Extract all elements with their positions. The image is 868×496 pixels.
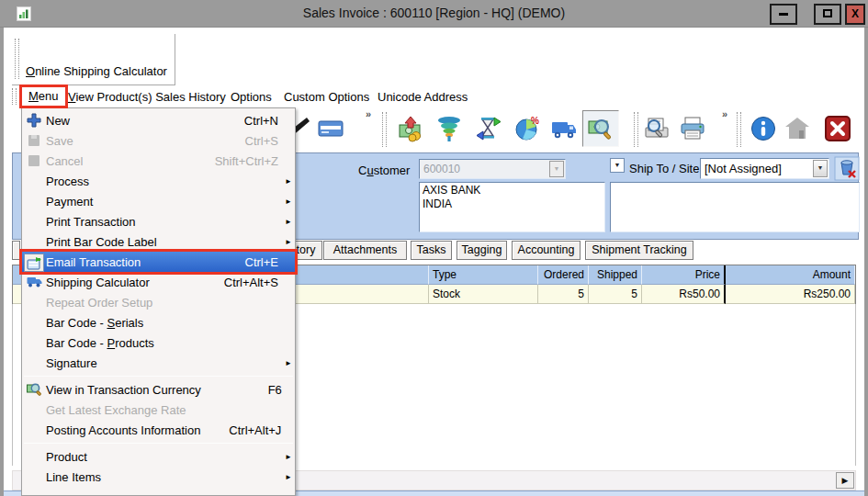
currency-view-pressed-frame [582,110,619,147]
menu-item-label: Process [46,175,197,188]
tab-shipment-tracking[interactable]: Shipment Tracking [585,241,693,260]
drag-handle[interactable] [634,112,638,147]
grid-header-amount[interactable]: Amount [726,265,855,285]
menu-item-label: Print Bar Code Label [46,235,197,249]
ship-to-mini-dropdown[interactable]: ▼ [610,158,625,173]
menu-item-print-transaction[interactable]: Print Transaction ► [22,211,295,231]
submenu-arrow: ► [282,473,295,481]
grid-header-price[interactable]: Price [642,265,726,285]
close-button[interactable]: X [845,4,865,25]
cell-shipped[interactable]: 5 [589,285,642,304]
cash-in-icon[interactable] [397,115,424,142]
drag-handle[interactable] [12,88,17,105]
email-icon [22,254,46,270]
menu-item-label: Repeat Order Setup [46,296,197,310]
menu-item-bar-code-products[interactable]: Bar Code - Products [22,333,295,353]
submenu-arrow: ► [282,359,295,367]
save-icon [22,132,46,149]
submenu-arrow: ► [282,197,295,206]
shortcut: Ctrl+Alt+S [197,276,282,289]
home-icon[interactable] [783,115,811,142]
customer-address-box[interactable]: AXIS BANK INDIA [419,182,605,232]
menubar-item-custom-options[interactable]: Custom Options [284,90,369,104]
menu-item-cancel: Cancel Shift+Ctrl+Z [22,151,295,171]
menu-item-label: View in Transaction Currency [46,383,201,397]
window-border-right [864,28,868,496]
toolbar-overflow-chevron[interactable]: » [366,108,371,119]
icon-spacer [22,422,46,438]
exit-icon[interactable] [824,115,851,142]
shortcut: Ctrl+Alt+J [200,423,285,437]
drag-handle[interactable] [15,39,19,79]
chevron-down-icon[interactable]: ▼ [813,160,828,177]
menu-item-view-in-transaction-currency[interactable]: View in Transaction Currency F6 [22,379,295,400]
menubar-item-options[interactable]: Options [231,90,272,104]
menu-item-label: Bar Code - Products [46,336,197,350]
shortcut: Ctrl+E [197,255,282,269]
menu-item-posting-accounts-information[interactable]: Posting Accounts Information Ctrl+Alt+J [22,420,295,440]
menu-item-email-transaction[interactable]: Email Transaction Ctrl+E [22,252,295,272]
icon-spacer [22,401,46,418]
hourglass-transfer-icon[interactable] [475,115,502,142]
cell-amount[interactable]: Rs250.00 [726,285,855,304]
pie-percent-icon[interactable]: % [513,115,541,142]
clear-ship-to-icon[interactable] [834,156,860,181]
menu-item-print-bar-code-label[interactable]: Print Bar Code Label ► [22,231,295,252]
menu-item-label: Get Latest Exchange Rate [46,403,197,417]
printer-icon[interactable] [679,115,706,142]
toolbar-overflow-chevron[interactable]: » [722,108,727,119]
tab-tagging[interactable]: Tagging [457,241,507,260]
menu-item-label: Email Transaction [46,255,197,269]
chevron-down-icon[interactable]: ▼ [549,161,564,177]
ship-to-combobox[interactable]: [Not Assigned] ▼ [700,158,829,179]
grid-header-type[interactable]: Type [429,265,538,285]
address-line: INDIA [423,197,602,211]
menu-item-bar-code-serials[interactable]: Bar Code - Serials [22,312,295,333]
info-icon[interactable] [750,115,777,142]
menu-item-shipping-calculator[interactable]: Shipping Calculator Ctrl+Alt+S [22,272,295,292]
menubar-item-menu[interactable]: Menu [19,85,68,108]
print-preview-icon[interactable] [643,115,671,142]
funnel-icon[interactable] [435,115,463,142]
menu-separator [24,376,293,377]
customer-combobox[interactable]: 600010 ▼ [419,159,566,179]
icon-spacer [22,173,46,189]
tab-tasks[interactable]: Tasks [411,241,452,260]
drag-handle[interactable] [382,112,387,147]
menu-item-payment[interactable]: Payment ► [22,191,295,211]
grid-header-shipped[interactable]: Shipped [589,265,642,285]
menubar-item-view-product-sales-history[interactable]: View Product(s) Sales History [68,90,226,104]
cell-type[interactable]: Stock [429,285,538,304]
drag-handle[interactable] [737,112,741,147]
online-shipping-calculator-button[interactable]: Online Shipping Calculator [26,64,167,78]
menu-item-label: Posting Accounts Information [46,423,200,437]
menu-item-signature[interactable]: Signature ► [22,353,295,373]
menu-item-get-latest-exchange-rate: Get Latest Exchange Rate [22,400,295,420]
grid-header-ordered[interactable]: Ordered [538,265,589,285]
ship-to-address-box[interactable] [610,182,860,232]
shipping-truck-icon[interactable] [550,115,578,142]
credit-card-icon[interactable] [317,115,344,142]
submenu-arrow: ► [282,453,295,461]
currency-magnifier-icon[interactable] [587,115,614,142]
icon-spacer [22,468,46,485]
cell-price[interactable]: Rs50.00 [642,285,726,304]
menubar-item-unicode-address[interactable]: Unicode Address [378,90,468,104]
icon-spacer [22,233,46,250]
tab-accounting[interactable]: Accounting [512,241,581,260]
menu-item-line-items[interactable]: Line Items ► [22,467,295,487]
maximize-button[interactable] [814,4,841,25]
menu-item-product[interactable]: Product ► [22,446,295,467]
menu-item-label: Payment [46,195,197,209]
menu-item-process[interactable]: Process ► [22,171,295,191]
tab-fragment[interactable] [12,241,20,260]
scroll-right-button[interactable]: ▶ [836,472,854,489]
menu-item-new[interactable]: New Ctrl+N [22,110,295,130]
window-border-left [0,28,4,496]
menu-item-label: Save [46,134,197,148]
tab-attachments[interactable]: Attachments [323,241,407,260]
cell-ordered[interactable]: 5 [538,285,589,304]
icon-spacer [22,294,46,310]
customer-value: 600010 [423,163,548,175]
minimize-button[interactable] [770,4,797,25]
